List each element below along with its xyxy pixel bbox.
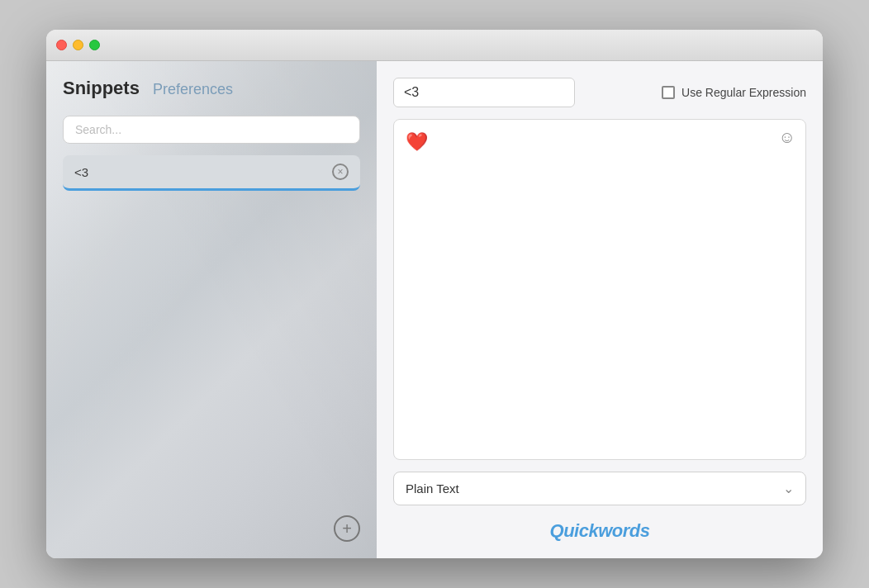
regex-label-text: Use Regular Expression xyxy=(681,86,806,99)
close-icon: × xyxy=(337,166,343,178)
tab-preferences[interactable]: Preferences xyxy=(153,81,233,98)
format-dropdown-label: Plain Text xyxy=(406,481,459,496)
snippet-clear-button[interactable]: × xyxy=(332,164,349,180)
snippet-item-text: <3 xyxy=(74,165,88,179)
brand-suffix: words xyxy=(598,520,649,541)
main-content: Snippets Preferences <3 × + xyxy=(46,61,823,558)
plus-icon: + xyxy=(342,519,352,538)
close-button[interactable] xyxy=(56,40,67,50)
brand-logo: Quickwords xyxy=(550,520,650,542)
nav-tabs: Snippets Preferences xyxy=(63,78,360,99)
format-dropdown[interactable]: Plain Text ⌄ xyxy=(393,472,806,505)
regex-label[interactable]: Use Regular Expression xyxy=(662,86,806,99)
editor-content[interactable]: ❤️ xyxy=(406,130,794,449)
add-snippet-button[interactable]: + xyxy=(334,515,360,542)
top-bar: Use Regular Expression xyxy=(393,78,806,107)
smiley-icon: ☺ xyxy=(779,128,795,146)
chevron-down-icon: ⌄ xyxy=(783,481,794,496)
emoji-picker-button[interactable]: ☺ xyxy=(779,128,795,147)
tab-snippets[interactable]: Snippets xyxy=(63,78,140,99)
snippet-list-item[interactable]: <3 × xyxy=(63,155,360,191)
minimize-button[interactable] xyxy=(73,40,83,50)
title-bar xyxy=(46,30,823,61)
editor-area[interactable]: ❤️ ☺ xyxy=(393,119,806,460)
trigger-input[interactable] xyxy=(393,78,575,107)
brand-prefix: Quick xyxy=(550,520,599,541)
brand-footer: Quickwords xyxy=(393,517,806,542)
app-window: Snippets Preferences <3 × + xyxy=(46,30,823,558)
maximize-button[interactable] xyxy=(89,40,100,50)
regex-checkbox[interactable] xyxy=(662,86,675,99)
traffic-lights xyxy=(56,40,100,50)
search-input[interactable] xyxy=(63,116,360,144)
left-panel: Snippets Preferences <3 × + xyxy=(46,61,377,558)
right-panel: Use Regular Expression ❤️ ☺ Plain Text ⌄… xyxy=(377,61,823,558)
